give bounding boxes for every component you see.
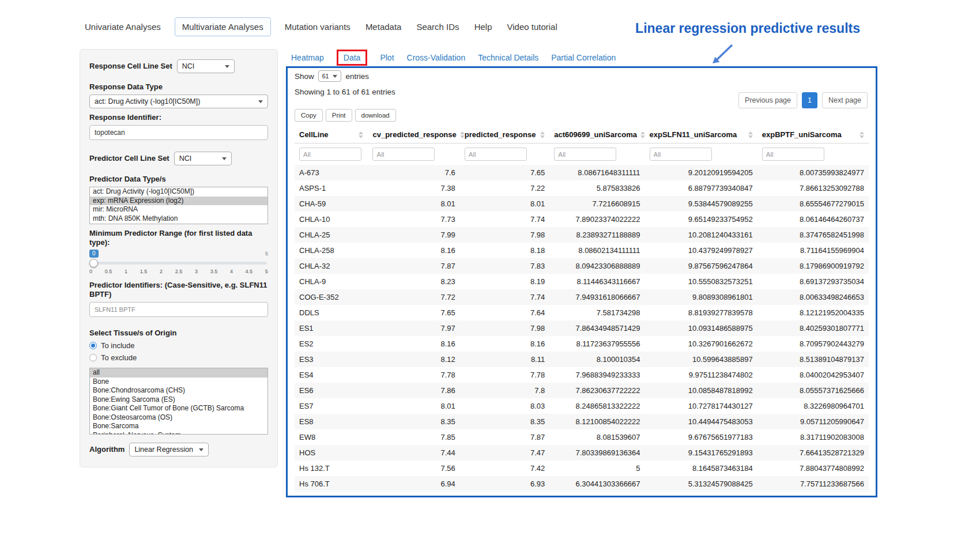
sidebar-panel: Response Cell Line Set NCI Response Data… xyxy=(80,49,278,467)
cell-line-name: ES1 xyxy=(295,320,368,336)
predictor-option-act-drug-activity-log10-ic50m[interactable]: act: Drug Activity (-log10[IC50M]) xyxy=(90,187,267,197)
table-row: COG-E-3527.727.747.949316180666679.80893… xyxy=(295,289,869,305)
tab-partial-correlation[interactable]: Partial Correlation xyxy=(551,53,616,62)
tissue-option-bone-giant-cell-tumor-of-bone-gctb-sarcoma[interactable]: Bone:Giant Cell Tumor of Bone (GCTB) Sar… xyxy=(90,404,267,413)
value-cell: 7.87 xyxy=(460,429,549,445)
value-cell: 6.30441303366667 xyxy=(549,476,644,492)
download-button[interactable]: download xyxy=(355,109,396,122)
value-cell: 7.85 xyxy=(368,429,459,445)
value-cell: 8.11723637955556 xyxy=(549,336,644,352)
tissue-option-bone[interactable]: Bone xyxy=(90,378,267,387)
tab-technical-details[interactable]: Technical Details xyxy=(478,53,538,62)
predictor-cell-line-set-select[interactable]: NCI xyxy=(174,152,232,165)
value-cell: 7.73 xyxy=(368,212,459,227)
to-include-radio[interactable] xyxy=(89,342,97,349)
nav-item-help[interactable]: Help xyxy=(473,18,493,36)
cell-line-name: CHLA-32 xyxy=(295,258,368,274)
response-cell-line-set-select[interactable]: NCI xyxy=(177,59,235,73)
tissue-option-bone-chondrosarcoma-chs[interactable]: Bone:Chondrosarcoma (CHS) xyxy=(90,386,267,395)
value-cell: 10.4494475483053 xyxy=(645,414,757,429)
entries-count-select[interactable]: 61 xyxy=(318,70,342,82)
response-data-type-select[interactable]: act: Drug Activity (-log10[IC50M]) xyxy=(89,95,268,108)
value-cell: 8.00735993824977 xyxy=(757,165,869,180)
value-cell: 7.8 xyxy=(460,383,549,398)
copy-button[interactable]: Copy xyxy=(295,109,323,122)
cell-line-name: CHLA-9 xyxy=(295,274,368,289)
next-page-button[interactable]: Next page xyxy=(822,92,868,108)
predictor-option-mth-dna-850k-methylation[interactable]: mth: DNA 850K Methylation xyxy=(90,214,267,224)
column-header-expbptf-unisarcoma[interactable]: expBPTF_uniSarcoma xyxy=(757,126,869,144)
algorithm-select[interactable]: Linear Regression xyxy=(129,443,208,456)
column-header-cellline[interactable]: CellLine xyxy=(295,126,368,144)
column-filter-predicted-response[interactable] xyxy=(465,148,527,161)
column-filter-cv-predicted-response[interactable] xyxy=(372,148,435,161)
value-cell: 7.72 xyxy=(368,289,459,305)
column-filter-act609699-unisarcoma[interactable] xyxy=(554,148,616,161)
column-filter-expslfn11-unisarcoma[interactable] xyxy=(650,148,712,161)
slider-handle[interactable] xyxy=(89,259,98,267)
tissue-option-peripheral-nervous-system[interactable]: Peripheral_Nervous_System xyxy=(90,431,267,435)
table-row: CHA-598.018.017.72166089159.538445790892… xyxy=(295,196,869,212)
column-filter-expbptf-unisarcoma[interactable] xyxy=(762,148,824,161)
tab-heatmap[interactable]: Heatmap xyxy=(291,53,324,62)
sort-up-icon xyxy=(748,131,753,134)
column-header-predicted-response[interactable]: predicted_response xyxy=(460,126,549,144)
sort-icon xyxy=(460,131,465,138)
tab-plot[interactable]: Plot xyxy=(380,53,394,62)
nav-item-univariate-analyses[interactable]: Univariate Analyses xyxy=(84,18,162,36)
value-cell: 8.01 xyxy=(368,196,459,212)
value-cell: 10.599643885897 xyxy=(645,352,757,367)
nav-item-mutation-variants[interactable]: Mutation variants xyxy=(284,18,352,36)
slider-track[interactable] xyxy=(91,262,267,265)
chevron-down-icon xyxy=(222,157,227,160)
previous-page-button[interactable]: Previous page xyxy=(738,92,797,108)
export-buttons: CopyPrintdownload xyxy=(295,109,869,122)
slider-tick-label: 4 xyxy=(230,269,233,274)
nav-item-multivariate-analyses[interactable]: Multivariate Analyses xyxy=(175,17,271,36)
sort-down-icon xyxy=(860,135,864,138)
entries-label: entries xyxy=(345,72,369,81)
value-cell: 8.12 xyxy=(368,352,459,367)
tissue-option-all[interactable]: all xyxy=(90,368,267,378)
column-header-expslfn11-unisarcoma[interactable]: expSLFN11_uniSarcoma xyxy=(645,126,757,144)
column-header-cv-predicted-response[interactable]: cv_predicted_response xyxy=(368,126,459,144)
tissue-origin-listbox[interactable]: allBoneBone:Chondrosarcoma (CHS)Bone:Ewi… xyxy=(89,368,268,435)
value-cell: 7.86 xyxy=(368,383,459,398)
value-cell: 10.0858487818992 xyxy=(645,383,757,398)
predictor-option-mir-microrna[interactable]: mir: MicroRNA xyxy=(90,205,267,214)
value-cell: 8.01 xyxy=(368,398,459,414)
value-cell: 7.47 xyxy=(460,445,549,461)
current-page-button[interactable]: 1 xyxy=(802,92,817,108)
value-cell: 8.40259301807771 xyxy=(757,320,869,336)
value-cell: 9.8089308961801 xyxy=(645,289,757,305)
print-button[interactable]: Print xyxy=(326,109,352,122)
value-cell: 7.38 xyxy=(368,180,459,196)
slider-max-label: 5 xyxy=(265,251,268,256)
column-header-act609699-unisarcoma[interactable]: act609699_uniSarcoma xyxy=(549,126,644,144)
nav-item-video-tutorial[interactable]: Video tutorial xyxy=(506,18,558,36)
nav-item-search-ids[interactable]: Search IDs xyxy=(415,18,460,36)
tissue-option-bone-sarcoma[interactable]: Bone:Sarcoma xyxy=(90,422,267,431)
response-identifier-input[interactable] xyxy=(89,125,268,140)
to-exclude-radio[interactable] xyxy=(89,354,97,361)
predictor-option-exp-mrna-expression-log2[interactable]: exp: mRNA Expression (log2) xyxy=(90,197,267,206)
predictor-identifiers-input[interactable] xyxy=(89,302,268,317)
value-cell: 7.56 xyxy=(368,461,459,476)
response-data-type-label: Response Data Type xyxy=(89,82,268,92)
nav-item-metadata[interactable]: Metadata xyxy=(364,18,403,36)
predictor-data-type-listbox[interactable]: act: Drug Activity (-log10[IC50M])exp: m… xyxy=(89,187,268,224)
tab-cross-validation[interactable]: Cross-Validation xyxy=(407,53,466,62)
tissue-option-bone-ewing-sarcoma-es[interactable]: Bone:Ewing Sarcoma (ES) xyxy=(90,395,267,405)
tissue-option-bone-osteosarcoma-os[interactable]: Bone:Osteosarcoma (OS) xyxy=(90,413,267,422)
table-row: EW87.857.878.0815396079.676756519771838.… xyxy=(295,429,869,445)
value-cell: 7.96883949233333 xyxy=(549,367,644,383)
min-range-slider[interactable]: 0 5 00.511.522.533.544.55 xyxy=(89,250,268,276)
column-filter-cellline[interactable] xyxy=(299,148,361,161)
predictor-data-type-label: Predictor Data Type/s xyxy=(89,175,268,184)
cell-line-name: CHLA-258 xyxy=(295,243,368,258)
pagination: Previous page 1 Next page xyxy=(738,92,868,108)
tab-data[interactable]: Data xyxy=(337,50,368,66)
value-cell: 8.11446343116667 xyxy=(549,274,644,289)
table-row: ES38.128.118.10001035410.5996438858978.5… xyxy=(295,352,869,367)
sort-down-icon xyxy=(540,135,545,138)
